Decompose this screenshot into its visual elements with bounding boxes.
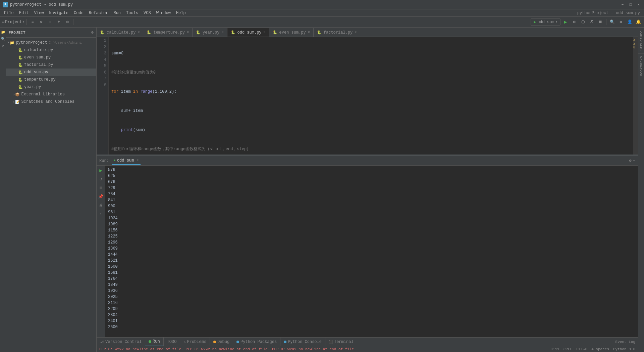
- menu-run[interactable]: Run: [111, 10, 123, 16]
- tab-year[interactable]: 🐍 year.py ×: [193, 28, 227, 37]
- bottom-tab-debug[interactable]: Debug: [210, 338, 233, 346]
- menu-edit[interactable]: Edit: [16, 10, 32, 16]
- toolbar-btn-4[interactable]: +: [55, 18, 62, 26]
- project-section: ⊞ Project ▾: [2, 19, 24, 25]
- account-button[interactable]: 👤: [626, 18, 633, 26]
- python-version[interactable]: Python 3.8: [613, 347, 635, 351]
- search-everywhere-button[interactable]: 🔍: [608, 18, 616, 26]
- bottom-tab-todo[interactable]: TODO: [164, 338, 180, 346]
- bottom-tab-python-packages[interactable]: Python Packages: [233, 338, 280, 346]
- settings-button[interactable]: ⚙: [617, 18, 625, 26]
- python-console-icon-dot: [284, 341, 286, 343]
- toolbar-btn-3[interactable]: ↕: [46, 18, 54, 26]
- python-packages-label: Python Packages: [240, 340, 277, 344]
- tab-close-year[interactable]: ×: [222, 31, 224, 34]
- tree-project-root[interactable]: ▼ 📁 pythonProject C:\Users\Admini: [6, 39, 96, 46]
- run-config-selector[interactable]: ▶ odd sum ▾: [531, 18, 560, 26]
- tree-file-calculate[interactable]: 🐍 calculate.py: [6, 46, 96, 54]
- settings-run-btn[interactable]: ⚙: [629, 158, 632, 163]
- tab-evensum[interactable]: 🐍 even sum.py ×: [269, 28, 314, 37]
- rerun-failed-btn[interactable]: ↺: [98, 176, 104, 182]
- structure-tab[interactable]: Structure: [638, 28, 644, 53]
- bottom-tab-run[interactable]: Run: [145, 338, 164, 346]
- tree-scratches[interactable]: ▷ 📝 Scratches and Consoles: [6, 98, 96, 105]
- activity-icon-2[interactable]: 🔍: [0, 36, 6, 42]
- toolbar-btn-2[interactable]: ⊕: [38, 18, 45, 26]
- run-tab-close[interactable]: ×: [137, 159, 139, 162]
- notifications-button[interactable]: 🔔: [635, 18, 642, 26]
- close-panel-btn[interactable]: 🖨: [98, 202, 104, 209]
- run-button[interactable]: ▶: [562, 18, 569, 26]
- close-button[interactable]: ×: [636, 2, 641, 7]
- activity-project-icon[interactable]: 📁: [0, 30, 6, 35]
- toolbar-btn-5[interactable]: ⚙: [64, 18, 71, 26]
- bottom-tab-problems[interactable]: ⚠ Problems: [180, 338, 210, 346]
- tree-external-libraries[interactable]: ▷ 📦 External Libraries: [6, 91, 96, 98]
- tab-close-temperture[interactable]: ×: [187, 31, 189, 34]
- profile-button[interactable]: ⏱: [588, 18, 595, 26]
- tree-file-temperture[interactable]: 🐍 temperture.py: [6, 76, 96, 83]
- stop-run-btn[interactable]: ⏹: [98, 184, 104, 191]
- stop-button[interactable]: ⏹: [597, 18, 604, 26]
- event-log-btn[interactable]: Event Log: [615, 340, 635, 344]
- tree-file-year[interactable]: 🐍 year.py: [6, 83, 96, 91]
- tree-file-oddsum[interactable]: 🐍 odd sum.py: [6, 69, 96, 76]
- output-2209: 2209: [108, 306, 635, 312]
- menu-refactor[interactable]: Refactor: [86, 10, 111, 16]
- minimize-button[interactable]: −: [620, 2, 625, 7]
- editor-scrollbar[interactable]: ⚠ ⚠ 8: [633, 37, 638, 155]
- sidebar-settings-btn[interactable]: ⚙: [91, 30, 94, 35]
- maximize-button[interactable]: □: [628, 2, 633, 7]
- export-btn[interactable]: ↑: [98, 211, 104, 217]
- tab-temperture[interactable]: 🐍 temperture.py ×: [143, 28, 193, 37]
- menu-vcs[interactable]: VCS: [141, 10, 154, 16]
- menu-view[interactable]: View: [32, 10, 47, 16]
- tab-close-evensum[interactable]: ×: [308, 31, 310, 34]
- run-tab-icon: ●: [114, 159, 116, 162]
- event-log-area: Event Log: [615, 340, 638, 344]
- tab-close-oddsum[interactable]: ×: [264, 31, 266, 34]
- menu-navigate[interactable]: Navigate: [46, 10, 71, 16]
- run-content[interactable]: 576 625 676 729 784 841 900 961 1024 108…: [105, 166, 638, 337]
- cursor-position[interactable]: 8:11: [550, 347, 559, 351]
- close-run-panel-btn[interactable]: −: [633, 158, 635, 163]
- run-side-toolbar: ▶ ↺ ⏹ 📌 🖨 ↑: [97, 166, 105, 337]
- tab-oddsum[interactable]: 🐍 odd sum.py ×: [227, 28, 269, 37]
- bottom-tab-python-console[interactable]: Python Console: [280, 338, 325, 346]
- rerun-btn[interactable]: ▶: [98, 167, 104, 174]
- bottom-tab-version-control[interactable]: ⎇ Version Control: [97, 338, 145, 346]
- run-tab[interactable]: ● odd sum ×: [112, 157, 141, 165]
- menu-code[interactable]: Code: [71, 10, 86, 16]
- line-ending[interactable]: CRLF: [564, 347, 572, 351]
- pin-btn[interactable]: 📌: [98, 193, 104, 200]
- code-content[interactable]: sum=0 #初始化变量sum的值为0 for item in range(1,…: [109, 37, 633, 155]
- encoding[interactable]: UTF-8: [576, 347, 587, 351]
- menu-bar: File Edit View Navigate Code Refactor Ru…: [0, 9, 644, 17]
- menu-tools[interactable]: Tools: [123, 10, 141, 16]
- output-784: 784: [108, 191, 635, 197]
- line-numbers: 1 2 3 4 5 6 7 8: [97, 37, 109, 155]
- tab-close-calculate[interactable]: ×: [138, 31, 140, 34]
- tab-calculate[interactable]: 🐍 calculate.py ×: [97, 28, 143, 37]
- tree-file-evensum[interactable]: 🐍 even sum.py: [6, 54, 96, 61]
- tab-close-factorial[interactable]: ×: [355, 31, 357, 34]
- debug-button[interactable]: ⚙: [571, 18, 578, 26]
- output-2401: 2401: [108, 318, 635, 324]
- menu-help[interactable]: Help: [173, 10, 189, 16]
- activity-icon-3[interactable]: ⚙: [0, 43, 6, 48]
- output-1936: 1936: [108, 288, 635, 294]
- python-file-icon4: 🐍: [18, 70, 23, 75]
- code-line-1: sum=0: [111, 50, 631, 57]
- project-dropdown-btn[interactable]: ⊞ Project ▾: [2, 19, 24, 25]
- output-961: 961: [108, 209, 635, 215]
- coverage-button[interactable]: ⬡: [579, 18, 587, 26]
- tab-factorial[interactable]: 🐍 factorial.py ×: [314, 28, 360, 37]
- bottom-tab-terminal[interactable]: ⬛ Terminal: [325, 338, 357, 346]
- warning-count: ⚠ 8: [633, 42, 635, 49]
- tree-file-factorial[interactable]: 🐍 factorial.py: [6, 61, 96, 69]
- toolbar-btn-1[interactable]: ≡: [29, 18, 36, 26]
- indent-info[interactable]: 4 spaces: [591, 347, 609, 351]
- bookmarks-tab[interactable]: Bookmarks: [638, 53, 644, 79]
- menu-file[interactable]: File: [1, 10, 16, 16]
- menu-window[interactable]: Window: [154, 10, 173, 16]
